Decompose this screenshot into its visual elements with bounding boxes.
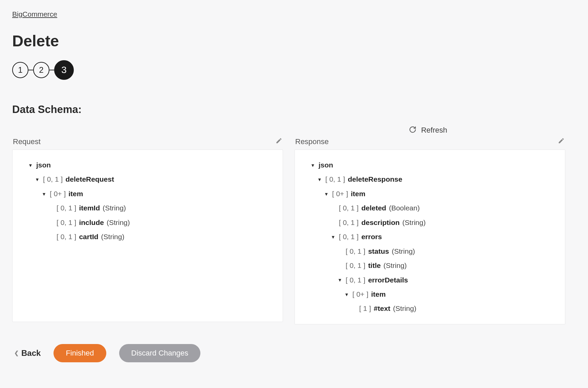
node-name: errorDetails bbox=[368, 275, 408, 285]
chevron-down-icon[interactable]: ▾ bbox=[41, 190, 47, 198]
node-type: (String) bbox=[107, 218, 130, 228]
tree-node-json[interactable]: ▾ json bbox=[310, 158, 558, 172]
refresh-icon[interactable] bbox=[409, 126, 416, 135]
tree-node-item[interactable]: ▾ [ 0+ ] item bbox=[310, 187, 558, 201]
node-name: cartId bbox=[79, 232, 98, 242]
step-connector bbox=[28, 70, 33, 70]
node-name: deleteRequest bbox=[65, 174, 114, 184]
cardinality: [ 0, 1 ] bbox=[346, 260, 365, 271]
tree-node-item[interactable]: ▾ [ 0+ ] item bbox=[27, 187, 276, 201]
step-1[interactable]: 1 bbox=[12, 62, 28, 78]
node-label: json bbox=[36, 160, 51, 170]
chevron-down-icon[interactable]: ▾ bbox=[344, 291, 350, 298]
node-name: deleteResponse bbox=[348, 174, 402, 184]
step-indicator: 1 2 3 bbox=[12, 60, 576, 80]
tree-leaf-include[interactable]: ▾ [ 0, 1 ] include (String) bbox=[27, 215, 276, 230]
step-2[interactable]: 2 bbox=[33, 62, 49, 78]
cardinality: [ 0, 1 ] bbox=[57, 218, 76, 228]
request-panel: ▾ json ▾ [ 0, 1 ] deleteRequest ▾ [ 0+ ]… bbox=[12, 150, 283, 322]
node-name: status bbox=[368, 246, 389, 256]
breadcrumb-bigcommerce[interactable]: BigCommerce bbox=[12, 10, 57, 18]
response-label: Response bbox=[295, 137, 329, 146]
tree-leaf-deleted[interactable]: ▾ [ 0, 1 ] deleted (Boolean) bbox=[310, 201, 558, 215]
node-type: (String) bbox=[392, 246, 415, 256]
cardinality: [ 0, 1 ] bbox=[57, 203, 76, 213]
tree-leaf-description[interactable]: ▾ [ 0, 1 ] description (String) bbox=[310, 215, 558, 230]
refresh-button[interactable]: Refresh bbox=[421, 126, 447, 135]
node-type: (String) bbox=[101, 232, 125, 242]
cardinality: [ 1 ] bbox=[359, 303, 371, 314]
tree-leaf-text[interactable]: ▾ [ 1 ] #text (String) bbox=[310, 301, 558, 316]
node-name: #text bbox=[374, 303, 390, 314]
node-type: (String) bbox=[103, 203, 126, 213]
page-title: Delete bbox=[12, 32, 576, 50]
chevron-down-icon[interactable]: ▾ bbox=[323, 190, 329, 198]
cardinality: [ 0, 1 ] bbox=[339, 232, 358, 242]
step-3[interactable]: 3 bbox=[54, 60, 74, 80]
chevron-down-icon[interactable]: ▾ bbox=[317, 176, 323, 183]
tree-node-item[interactable]: ▾ [ 0+ ] item bbox=[310, 287, 558, 301]
chevron-down-icon[interactable]: ▾ bbox=[310, 161, 316, 169]
chevron-down-icon[interactable]: ▾ bbox=[330, 233, 336, 241]
node-name: item bbox=[68, 189, 83, 199]
node-name: itemId bbox=[79, 203, 100, 213]
node-name: errors bbox=[361, 232, 382, 242]
chevron-down-icon[interactable]: ▾ bbox=[27, 161, 34, 169]
node-type: (Boolean) bbox=[389, 203, 420, 213]
node-type: (String) bbox=[402, 218, 426, 228]
back-button[interactable]: ❮ Back bbox=[14, 348, 41, 358]
node-name: title bbox=[368, 260, 380, 271]
response-column: Response ▾ json ▾ [ 0, 1 ] deleteRespons… bbox=[295, 136, 565, 324]
cardinality: [ 0, 1 ] bbox=[346, 246, 365, 256]
request-label: Request bbox=[13, 137, 41, 146]
node-name: item bbox=[371, 289, 386, 299]
step-connector bbox=[49, 70, 54, 70]
request-column: Request ▾ json ▾ [ 0, 1 ] deleteRequest … bbox=[12, 136, 283, 324]
node-type: (String) bbox=[384, 260, 407, 271]
tree-node-deleteRequest[interactable]: ▾ [ 0, 1 ] deleteRequest bbox=[27, 172, 276, 186]
breadcrumb: BigCommerce bbox=[12, 10, 576, 18]
cardinality: [ 0+ ] bbox=[352, 289, 368, 299]
edit-request-icon[interactable] bbox=[276, 137, 282, 146]
cardinality: [ 0, 1 ] bbox=[339, 218, 358, 228]
cardinality: [ 0+ ] bbox=[50, 189, 66, 199]
tree-node-deleteResponse[interactable]: ▾ [ 0, 1 ] deleteResponse bbox=[310, 172, 558, 186]
response-panel: ▾ json ▾ [ 0, 1 ] deleteResponse ▾ [ 0+ … bbox=[295, 150, 565, 324]
node-name: include bbox=[79, 218, 104, 228]
chevron-down-icon[interactable]: ▾ bbox=[337, 276, 343, 284]
node-name: deleted bbox=[361, 203, 386, 213]
tree-leaf-status[interactable]: ▾ [ 0, 1 ] status (String) bbox=[310, 244, 558, 258]
node-name: description bbox=[361, 218, 399, 228]
cardinality: [ 0, 1 ] bbox=[57, 232, 76, 242]
chevron-left-icon: ❮ bbox=[14, 350, 19, 356]
cardinality: [ 0, 1 ] bbox=[339, 203, 358, 213]
tree-leaf-title[interactable]: ▾ [ 0, 1 ] title (String) bbox=[310, 258, 558, 273]
cardinality: [ 0, 1 ] bbox=[346, 275, 365, 285]
tree-node-errors[interactable]: ▾ [ 0, 1 ] errors bbox=[310, 230, 558, 244]
tree-leaf-cartId[interactable]: ▾ [ 0, 1 ] cartId (String) bbox=[27, 230, 276, 244]
discard-changes-button[interactable]: Discard Changes bbox=[119, 344, 201, 362]
cardinality: [ 0+ ] bbox=[332, 189, 348, 199]
tree-node-errorDetails[interactable]: ▾ [ 0, 1 ] errorDetails bbox=[310, 273, 558, 287]
edit-response-icon[interactable] bbox=[558, 137, 565, 146]
node-type: (String) bbox=[393, 303, 416, 314]
tree-leaf-itemId[interactable]: ▾ [ 0, 1 ] itemId (String) bbox=[27, 201, 276, 215]
node-label: json bbox=[319, 160, 333, 170]
cardinality: [ 0, 1 ] bbox=[43, 174, 63, 184]
footer-actions: ❮ Back Finished Discard Changes bbox=[12, 344, 576, 362]
finished-button[interactable]: Finished bbox=[53, 344, 106, 362]
chevron-down-icon[interactable]: ▾ bbox=[34, 176, 40, 183]
section-title: Data Schema: bbox=[12, 104, 576, 116]
cardinality: [ 0, 1 ] bbox=[325, 174, 345, 184]
node-name: item bbox=[351, 189, 365, 199]
back-label: Back bbox=[21, 348, 41, 358]
tree-node-json[interactable]: ▾ json bbox=[27, 158, 276, 172]
